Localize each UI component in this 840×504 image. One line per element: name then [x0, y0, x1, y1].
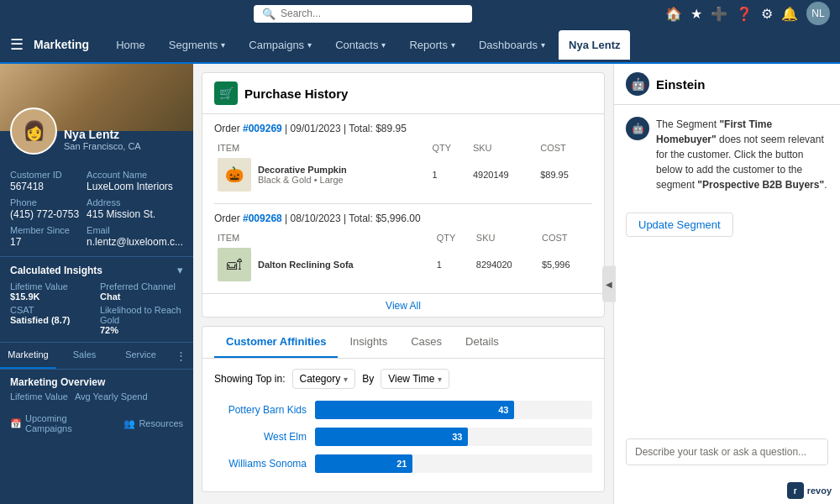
nav-label-home: Home — [116, 39, 145, 51]
utility-icons: 🏠 ★ ➕ ❓ ⚙ 🔔 NL — [665, 2, 830, 25]
order-divider — [214, 203, 592, 204]
notifications-icon[interactable]: 🔔 — [781, 6, 798, 22]
sidebar-tab-service[interactable]: Service — [113, 343, 169, 369]
bar-container: 33 — [315, 428, 592, 446]
chevron-down-icon: ▾ — [438, 375, 442, 384]
tab-details[interactable]: Details — [454, 327, 511, 358]
table-row: 🎃 Decorative Pumpkin Black & Gold • Larg… — [214, 155, 592, 195]
chevron-down-icon: ▾ — [221, 40, 225, 50]
view-time-select[interactable]: View Time ▾ — [381, 369, 449, 389]
app-name: Marketing — [34, 38, 89, 51]
overview-lifetime-label: Lifetime Value — [10, 391, 68, 402]
item-qty-2: 1 — [433, 244, 473, 285]
order-2-link[interactable]: #009268 — [243, 213, 282, 224]
nav-item-campaigns[interactable]: Campaigns ▾ — [239, 30, 322, 60]
insights-grid: Lifetime Value $15.9K Preferred Channel … — [10, 281, 183, 335]
campaigns-icon: 📅 — [10, 418, 22, 429]
resources-link[interactable]: 👥 Resources — [123, 413, 183, 433]
bar-label[interactable]: Williams Sonoma — [214, 458, 307, 470]
view-all-link[interactable]: View All — [386, 300, 421, 312]
insights-expand-icon[interactable]: ▾ — [177, 264, 183, 276]
avatar: 👩 — [10, 108, 57, 155]
upcoming-campaigns-link[interactable]: 📅 Upcoming Campaigns — [10, 413, 110, 433]
view-time-label: View Time — [388, 373, 434, 385]
search-bar[interactable]: 🔍 — [254, 5, 472, 23]
purchase-history-icon: 🛒 — [214, 81, 238, 105]
einstein-avatar: 🤖 — [626, 117, 649, 140]
help-icon[interactable]: ❓ — [736, 6, 753, 22]
bar-row: Pottery Barn Kids 43 — [214, 401, 592, 419]
col-sku: SKU — [470, 141, 537, 155]
nav-item-dashboards[interactable]: Dashboards ▾ — [469, 30, 555, 60]
purchase-history-card: 🛒 Purchase History Order #009269 | 09/01… — [202, 72, 605, 318]
nav-item-segments[interactable]: Segments ▾ — [159, 30, 236, 60]
home-icon[interactable]: 🏠 — [665, 6, 682, 22]
bar-container: 21 — [315, 454, 592, 473]
purchase-history-header: 🛒 Purchase History — [202, 73, 604, 114]
einstein-input-field[interactable]: Describe your task or ask a question... — [626, 438, 828, 465]
tab-customer-affinities[interactable]: Customer Affinities — [214, 327, 338, 358]
detail-member-since: Member Since 17 — [10, 225, 80, 248]
category-label: Category — [300, 373, 341, 385]
affinities-card: Customer Affinities Insights Cases Detai… — [202, 326, 605, 492]
category-select[interactable]: Category ▾ — [292, 369, 356, 389]
einstein-body: 🤖 The Segment "First Time Homebuyer" doe… — [614, 105, 840, 438]
nav-label-campaigns: Campaigns — [249, 39, 304, 51]
sidebar-tab-sales[interactable]: Sales — [56, 343, 113, 369]
purchase-history-title: Purchase History — [244, 87, 348, 101]
detail-email: Email n.lentz@luxeloom.c... — [87, 225, 183, 248]
favorites-icon[interactable]: ★ — [690, 6, 702, 22]
nav-label-dashboards: Dashboards — [479, 39, 538, 51]
col-qty-2: QTY — [433, 231, 473, 244]
overview-title: Marketing Overview — [10, 376, 183, 388]
view-all[interactable]: View All — [202, 293, 604, 317]
sidebar-tab-more-icon[interactable]: ⋮ — [169, 343, 193, 369]
update-segment-button[interactable]: Update Segment — [626, 213, 733, 237]
bar-container: 43 — [315, 401, 592, 419]
insight-likelihood: Likelihood to Reach Gold 72% — [100, 305, 183, 335]
chevron-down-icon: ▾ — [307, 40, 312, 50]
bar-label[interactable]: West Elm — [214, 431, 307, 443]
item-cost-2: $5,996 — [538, 244, 592, 285]
overview-yearly-label: Avg Yearly Spend — [75, 391, 148, 402]
table-row: 🛋 Dalton Reclining Sofa 1 8294020 $5,996 — [214, 244, 592, 285]
bar-fill: 33 — [315, 428, 468, 446]
nav-label-nya-lentz: Nya Lentz — [569, 39, 620, 51]
nav-item-home[interactable]: Home — [106, 30, 155, 60]
sidebar-tab-marketing[interactable]: Marketing — [0, 343, 56, 369]
user-avatar[interactable]: NL — [806, 2, 830, 25]
hamburger-icon[interactable]: ☰ — [10, 35, 24, 54]
search-icon: 🔍 — [262, 8, 276, 20]
purchase-history-body: Order #009269 | 09/01/2023 | Total: $89.… — [202, 114, 604, 293]
tab-insights[interactable]: Insights — [338, 327, 399, 358]
item-qty-1: 1 — [429, 155, 470, 195]
revoy-icon: r — [787, 482, 804, 499]
add-icon[interactable]: ➕ — [711, 6, 727, 22]
bar-label[interactable]: Pottery Barn Kids — [214, 404, 307, 416]
tab-cases[interactable]: Cases — [399, 327, 454, 358]
sidebar-footer: 📅 Upcoming Campaigns 👥 Resources — [0, 408, 193, 438]
nav-item-reports[interactable]: Reports ▾ — [399, 30, 465, 60]
segment-name-1: "First Time Homebuyer" — [656, 118, 772, 145]
item-sku-2: 8294020 — [473, 244, 538, 285]
nav-label-reports: Reports — [409, 39, 448, 51]
search-input[interactable] — [281, 8, 464, 19]
order-1-link[interactable]: #009269 — [243, 123, 282, 134]
bar-row: Williams Sonoma 21 — [214, 454, 592, 473]
nav-item-contacts[interactable]: Contacts ▾ — [325, 30, 396, 60]
settings-icon[interactable]: ⚙ — [761, 6, 773, 22]
order-1-table: ITEM QTY SKU COST 🎃 Decorative Pumpkin — [214, 141, 592, 195]
main-layout: 👩 Nya Lentz San Francisco, CA Customer I… — [0, 64, 840, 504]
insight-lifetime-value: Lifetime Value $15.9K — [10, 281, 93, 302]
einstein-message-row: 🤖 The Segment "First Time Homebuyer" doe… — [626, 117, 828, 204]
item-sku-1: 4920149 — [470, 155, 537, 195]
einstein-panel: 🤖 Einstein ◀ 🤖 The Segment "First Time H… — [613, 64, 840, 504]
item-name-1: Decorative Pumpkin — [258, 165, 347, 175]
col-item: ITEM — [214, 141, 429, 155]
einstein-message: The Segment "First Time Homebuyer" does … — [656, 117, 828, 192]
col-item-2: ITEM — [214, 231, 433, 244]
einstein-input-area[interactable]: Describe your task or ask a question... — [614, 438, 840, 477]
revoy-label: revoy — [807, 486, 832, 496]
nav-item-nya-lentz[interactable]: Nya Lentz — [559, 30, 630, 60]
panel-collapse-button[interactable]: ◀ — [602, 266, 616, 302]
